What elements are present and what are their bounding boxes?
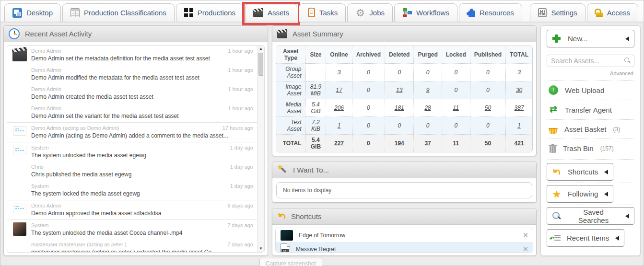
summary-cell: 0	[470, 117, 505, 135]
activity-list-item[interactable]: System7 days agoThe system unlocked the …	[7, 220, 257, 239]
activity-text: masteruser masteruser (acting as peter )…	[31, 249, 253, 252]
tab-settings[interactable]: Settings	[530, 3, 585, 22]
activity-user: Demo Admin	[31, 86, 61, 92]
summary-col-header: Size	[305, 46, 326, 64]
shortcuts-header: Shortcuts	[272, 208, 536, 225]
activity-text: Demo Admin created the media asset test …	[31, 93, 253, 100]
asset-count-link[interactable]: 421	[515, 140, 524, 147]
asset-count-link[interactable]: 28	[424, 104, 431, 111]
activity-list-item[interactable]: System1 day agoThe system unlocked the m…	[7, 142, 257, 162]
asset-count-link[interactable]: 181	[395, 104, 404, 111]
shortcuts-list: Edge of Tomorrow×Massive Regret×Snow Leo…	[276, 228, 533, 252]
close-icon[interactable]: ×	[523, 231, 528, 239]
divider	[547, 119, 634, 120]
asset-count-link[interactable]: 13	[396, 87, 402, 93]
tab-tasks[interactable]: Tasks	[299, 3, 346, 22]
summary-col-header: Published	[470, 46, 505, 64]
tab-desktop[interactable]: Desktop	[4, 3, 61, 22]
tab-resources[interactable]: Resources	[459, 3, 522, 22]
advanced-search-link[interactable]: Advanced	[610, 70, 633, 76]
search-assets-input[interactable]	[547, 55, 634, 67]
summary-cell: 37	[414, 135, 442, 152]
tab-assets[interactable]: Assets	[245, 3, 297, 22]
activity-timestamp: 7 days ago	[227, 222, 253, 228]
asset-count-link[interactable]: 387	[515, 104, 524, 111]
activity-item-top: Demo Admin (acting as Demo Admin)17 hour…	[31, 125, 253, 131]
sidebar-item-trash-bin[interactable]: Trash Bin(157)	[547, 141, 634, 156]
tab-workflows[interactable]: Workflows	[394, 3, 457, 22]
asset-count-link[interactable]: 37	[424, 140, 431, 147]
activity-list-item[interactable]: Demo Admin1 hour agoDemo Admin created t…	[7, 84, 257, 103]
sidebar-item-asset-basket[interactable]: Asset Basket(3)	[547, 122, 634, 137]
scroll-down-button[interactable]: ▼	[258, 245, 264, 252]
asset-summary-panel: Asset Summary Asset TypeSizeOnlineArchiv…	[272, 25, 537, 156]
asset-count-link[interactable]: 206	[334, 104, 344, 111]
tab-jobs[interactable]: ⚙Jobs	[347, 3, 393, 22]
doc-lines-thumbnail	[13, 146, 26, 155]
tab-access[interactable]: Access	[587, 3, 638, 22]
summary-data-row: Group Asset3000003	[276, 64, 532, 81]
asset-count-link[interactable]: 3	[517, 69, 521, 76]
sidebar-button-recent-items[interactable]: Recent Items	[547, 229, 624, 247]
asset-count-link[interactable]: 1	[517, 122, 521, 129]
activity-list-item[interactable]: Demo Admin1 hour agoDemo Admin modified …	[7, 65, 257, 84]
summary-cell: TOTAL	[276, 135, 305, 152]
close-icon[interactable]: ×	[523, 245, 528, 253]
sidebar-item-web-upload[interactable]: Web Upload	[547, 82, 634, 98]
chevron-left-icon	[625, 36, 629, 41]
asset-count-link[interactable]: 9	[426, 87, 430, 93]
scrollbar-thumb[interactable]	[258, 53, 263, 76]
sidebar-button-shortcuts[interactable]: Shortcuts	[547, 163, 613, 181]
sidebar-item-transfer-agent[interactable]: ⇄Transfer Agent	[547, 102, 634, 117]
activity-timestamp: 1 hour ago	[228, 105, 253, 111]
activity-thumb-col	[11, 203, 28, 217]
search-icon[interactable]	[624, 58, 631, 64]
shortcut-label: Massive Regret	[296, 246, 336, 253]
asset-count-link[interactable]: 194	[395, 140, 404, 147]
summary-cell: 11	[442, 99, 470, 117]
clapperboard-thumbnail	[12, 50, 27, 61]
activity-list-item[interactable]: Demo Admin6 days agoDemo Admin approved …	[7, 200, 257, 220]
asset-count-link[interactable]: 17	[336, 87, 342, 93]
tab-productions[interactable]: Productions	[176, 3, 244, 22]
asset-count-link[interactable]: 50	[485, 104, 491, 111]
capture-screenshot-tooltip: Capture screenshot	[259, 258, 322, 266]
i-want-to-panel: I Want To... No items to display	[272, 162, 537, 203]
activity-list-item[interactable]: Demo Admin (acting as Demo Admin)17 hour…	[7, 122, 257, 142]
activity-item-top: Demo Admin1 hour ago	[31, 86, 253, 92]
shortcut-item[interactable]: Edge of Tomorrow×	[276, 228, 533, 242]
asset-count-link[interactable]: 227	[334, 140, 344, 147]
activity-scrollbar[interactable]: ▲ ▼	[257, 46, 264, 252]
tab-production-classifications[interactable]: Production Classifications	[62, 3, 175, 22]
shortcut-item[interactable]: Massive Regret×	[276, 242, 533, 253]
activity-list-item[interactable]: Chris1 day agoChris published the media …	[7, 162, 257, 181]
activity-item-top: System1 day ago	[31, 145, 253, 150]
asset-count-link[interactable]: 1	[338, 122, 341, 129]
activity-list-item[interactable]: System1 day agoThe system locked the med…	[7, 181, 257, 200]
sidebar-button-label: Saved Searches	[568, 208, 619, 224]
activity-timestamp: 1 hour ago	[228, 48, 253, 54]
summary-cell: 0	[352, 64, 385, 81]
asset-count-link[interactable]: 3	[338, 69, 341, 76]
sidebar-button-label: Shortcuts	[568, 168, 598, 176]
new-button[interactable]: New...	[547, 30, 634, 47]
activity-item-main: System1 day agoThe system unlocked the m…	[31, 145, 253, 159]
asset-count-link[interactable]: 50	[485, 140, 491, 147]
shortcuts-body: Edge of Tomorrow×Massive Regret×Snow Leo…	[272, 225, 536, 255]
activity-text: Demo Admin modified the metadata for the…	[31, 74, 253, 81]
asset-count-link[interactable]: 11	[453, 104, 459, 111]
scroll-up-button[interactable]: ▲	[258, 46, 264, 52]
activity-list-item[interactable]: Demo Admin1 hour agoDemo Admin set the m…	[7, 46, 257, 65]
summary-cell	[305, 64, 326, 81]
activity-list-item[interactable]: Demo Admin1 hour agoDemo Admin set the v…	[7, 103, 257, 122]
activity-list-item[interactable]: masteruser masteruser (acting as peter )…	[7, 239, 257, 252]
scrollbar-track[interactable]	[258, 76, 264, 245]
recent-list-icon	[552, 235, 561, 243]
summary-cell: 50	[470, 135, 505, 152]
sidebar-button-saved-searches[interactable]: Saved Searches	[547, 207, 634, 225]
asset-count-link[interactable]: 30	[516, 87, 522, 93]
sidebar-item-label: Trash Bin	[563, 144, 594, 152]
sidebar-button-following[interactable]: ★Following	[547, 185, 613, 203]
asset-summary-table: Asset TypeSizeOnlineArchivedDeletedPurge…	[276, 46, 532, 152]
asset-count-link[interactable]: 11	[453, 140, 459, 147]
